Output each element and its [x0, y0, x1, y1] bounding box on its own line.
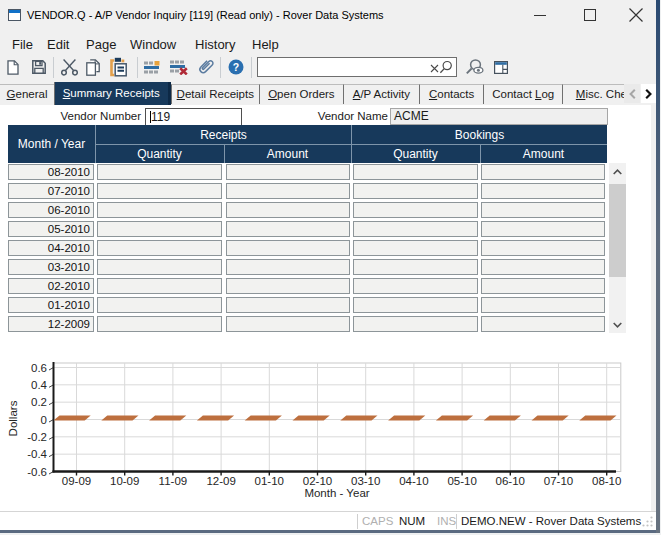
cell-month[interactable]: 05-2010 — [8, 221, 94, 237]
x-tick-label: 04-10 — [399, 475, 428, 487]
cell-receipts_amount[interactable] — [226, 259, 350, 275]
menu-help[interactable]: Help — [252, 33, 279, 56]
tab-general[interactable]: General — [0, 84, 54, 104]
save-button[interactable] — [30, 54, 48, 80]
tab-misc-chec[interactable]: Misc. Chec — [562, 84, 624, 104]
help-button[interactable]: ? — [227, 54, 244, 80]
cell-receipts_quantity[interactable] — [97, 183, 222, 199]
cell-bookings_quantity[interactable] — [353, 278, 478, 294]
cell-month[interactable]: 07-2010 — [8, 183, 94, 199]
app-window-icon — [8, 9, 21, 21]
paste-button[interactable] — [108, 54, 128, 80]
y-tick-label: -0.2 — [27, 431, 47, 443]
search-input[interactable] — [257, 57, 457, 77]
cell-receipts_quantity[interactable] — [97, 240, 222, 256]
status-bar: CAPSNUMINSDEMO.NEW - Rover Data Systems — [0, 511, 656, 530]
cell-receipts_amount[interactable] — [226, 164, 350, 180]
scrollbar-thumb[interactable] — [609, 184, 626, 277]
table-row: 03-2010 — [8, 259, 607, 278]
cell-bookings_amount[interactable] — [481, 183, 605, 199]
resize-grip[interactable] — [641, 515, 654, 528]
y-tick-label: 0.6 — [31, 362, 47, 374]
cell-bookings_quantity[interactable] — [353, 164, 478, 180]
attachment-button[interactable] — [195, 54, 215, 80]
cell-bookings_amount[interactable] — [481, 221, 605, 237]
line-dash — [54, 415, 91, 420]
copy-button[interactable] — [84, 54, 102, 80]
cell-receipts_quantity[interactable] — [97, 297, 222, 313]
tab-scroll-right-button[interactable] — [641, 84, 657, 103]
scroll-up-button[interactable] — [609, 163, 626, 180]
cell-month[interactable]: 02-2010 — [8, 278, 94, 294]
insert-row-button[interactable] — [143, 54, 162, 80]
cell-receipts_quantity[interactable] — [97, 259, 222, 275]
table-row: 08-2010 — [8, 164, 607, 183]
cell-bookings_amount[interactable] — [481, 316, 605, 332]
cell-receipts_amount[interactable] — [226, 183, 350, 199]
cell-receipts_quantity[interactable] — [97, 278, 222, 294]
vendor-name-input[interactable]: ACME — [390, 108, 608, 125]
cell-bookings_quantity[interactable] — [353, 202, 478, 218]
menu-file[interactable]: File — [12, 33, 33, 56]
menu-edit[interactable]: Edit — [47, 33, 69, 56]
cell-bookings_amount[interactable] — [481, 240, 605, 256]
table-scrollbar[interactable] — [609, 163, 626, 333]
header-grid-line — [480, 144, 481, 163]
cell-receipts_amount[interactable] — [226, 221, 350, 237]
minimize-button[interactable] — [517, 0, 563, 30]
cell-month[interactable]: 12-2009 — [8, 316, 94, 332]
new-document-button[interactable] — [4, 54, 22, 80]
tab-contact-log[interactable]: Contact Log — [483, 84, 562, 104]
tab-contacts[interactable]: Contacts — [419, 84, 483, 104]
cell-receipts_amount[interactable] — [226, 316, 350, 332]
cell-receipts_quantity[interactable] — [97, 221, 222, 237]
cell-month[interactable]: 08-2010 — [8, 164, 94, 180]
x-tick-label: 09-09 — [62, 475, 91, 487]
window-title: VENDOR.Q - A/P Vendor Inquiry [119] (Rea… — [27, 9, 384, 21]
close-button[interactable] — [613, 0, 659, 30]
menu-window[interactable]: Window — [130, 33, 176, 56]
cell-month[interactable]: 04-2010 — [8, 240, 94, 256]
y-tick-label: 0 — [41, 414, 47, 426]
cell-bookings_quantity[interactable] — [353, 259, 478, 275]
cell-receipts_amount[interactable] — [226, 278, 350, 294]
scroll-down-button[interactable] — [609, 316, 626, 333]
cell-receipts_amount[interactable] — [226, 202, 350, 218]
cell-bookings_quantity[interactable] — [353, 221, 478, 237]
tab-summary-receipts[interactable]: Summary Receipts — [54, 82, 171, 106]
delete-row-button[interactable] — [169, 54, 189, 80]
cell-month[interactable]: 03-2010 — [8, 259, 94, 275]
cell-bookings_amount[interactable] — [481, 278, 605, 294]
tab-open-orders[interactable]: Open Orders — [259, 84, 343, 104]
menu-history[interactable]: History — [195, 33, 235, 56]
cell-month[interactable]: 06-2010 — [8, 202, 94, 218]
cell-bookings_amount[interactable] — [481, 164, 605, 180]
cell-bookings_quantity[interactable] — [353, 297, 478, 313]
cell-receipts_amount[interactable] — [226, 297, 350, 313]
cut-button[interactable] — [60, 54, 78, 80]
y-tick-label: 0.4 — [31, 379, 48, 391]
tab-detail-receipts[interactable]: Detail Receipts — [171, 84, 260, 104]
cell-bookings_quantity[interactable] — [353, 316, 478, 332]
lookup-preview-button[interactable] — [464, 54, 488, 80]
tab-scroll-left-button[interactable] — [624, 84, 640, 103]
cell-month[interactable]: 01-2010 — [8, 297, 94, 313]
header-month-year: Month / Year — [8, 125, 95, 163]
window-layout-button[interactable] — [492, 54, 510, 80]
cell-receipts_quantity[interactable] — [97, 316, 222, 332]
menu-page[interactable]: Page — [86, 33, 116, 56]
cell-receipts_quantity[interactable] — [97, 202, 222, 218]
search-icon[interactable] — [439, 60, 453, 78]
cell-bookings_amount[interactable] — [481, 259, 605, 275]
tab-a-p-activity[interactable]: A/P Activity — [343, 84, 419, 104]
chart-svg: 09-0910-0911-0912-0901-1002-1003-1004-10… — [0, 355, 651, 511]
cell-receipts_quantity[interactable] — [97, 164, 222, 180]
status-caps-indicator: CAPS — [362, 515, 393, 527]
cell-bookings_amount[interactable] — [481, 202, 605, 218]
x-tick-label: 11-09 — [159, 475, 188, 487]
cell-receipts_amount[interactable] — [226, 240, 350, 256]
cell-bookings_quantity[interactable] — [353, 183, 478, 199]
cell-bookings_quantity[interactable] — [353, 240, 478, 256]
maximize-button[interactable] — [567, 0, 613, 30]
cell-bookings_amount[interactable] — [481, 297, 605, 313]
